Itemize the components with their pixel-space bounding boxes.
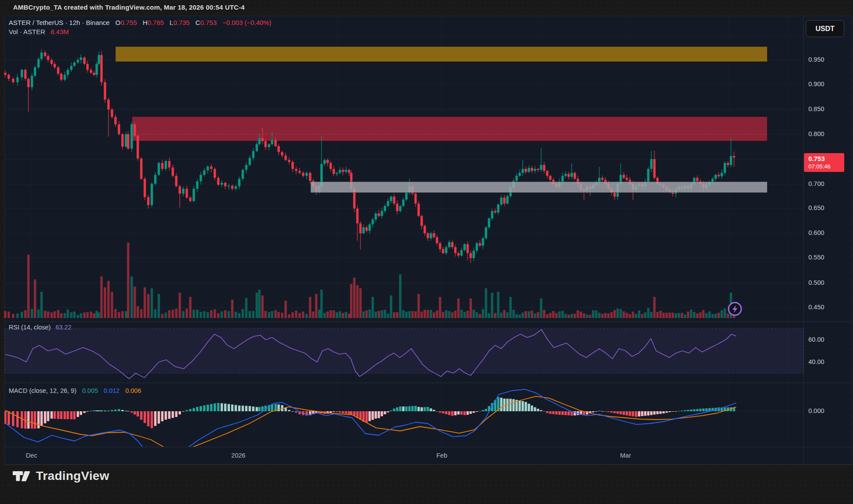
macd-histogram-bar	[475, 411, 478, 412]
currency-toggle-button[interactable]: USDT	[806, 20, 844, 37]
macd-histogram-bar	[66, 411, 69, 419]
candle-body-up	[206, 166, 209, 170]
macd-histogram-bar	[622, 411, 625, 415]
macd-histogram-bar	[98, 410, 100, 411]
macd-histogram-bar	[433, 410, 435, 411]
volume-bar	[402, 310, 404, 318]
macd-histogram-bar	[390, 410, 392, 411]
macd-histogram-bar	[647, 411, 649, 416]
macd-histogram-bar	[374, 411, 377, 419]
candle-body-down	[178, 186, 181, 194]
volume-bar	[302, 312, 304, 318]
candle-body-up	[463, 244, 465, 250]
volume-bar	[641, 314, 643, 318]
volume-bar	[248, 311, 251, 318]
macd-histogram-bar	[699, 409, 701, 411]
volume-bar	[80, 313, 82, 318]
rsi-legend[interactable]: RSI (14, close) 63.22	[9, 324, 71, 331]
volume-bar	[632, 312, 634, 318]
volume-bar	[274, 310, 276, 318]
macd-histogram-bar	[696, 409, 698, 411]
macd-histogram-bar	[528, 404, 530, 411]
macd-histogram-bar	[350, 411, 352, 414]
candle-body-down	[136, 136, 139, 158]
candle-body-down	[332, 169, 335, 174]
volume-bar	[374, 312, 377, 318]
macd-histogram-bar	[143, 411, 146, 423]
macd-histogram-bar	[650, 411, 652, 415]
macd-histogram-bar	[192, 408, 195, 411]
volume-bar	[622, 312, 625, 318]
bar-countdown: 07:05:46	[808, 163, 831, 170]
candle-body-down	[466, 244, 468, 253]
volume-bar	[433, 312, 435, 318]
chart-canvas[interactable]	[0, 0, 853, 504]
macd-histogram-bar	[348, 411, 350, 414]
volume-bar	[320, 290, 322, 318]
macd-histogram-bar	[77, 411, 79, 417]
macd-histogram-bar	[509, 399, 511, 411]
volume-bar	[60, 313, 62, 318]
candle-body-down	[417, 203, 420, 216]
volume-bar	[24, 310, 26, 318]
macd-histogram-bar	[248, 406, 251, 411]
volume-bar	[342, 313, 344, 318]
volume-bar	[4, 311, 6, 318]
price-axis-label: 0.600	[808, 229, 824, 236]
candle-body-down	[53, 64, 56, 67]
volume-bar	[147, 294, 149, 318]
volume-legend[interactable]: Vol · ASTER 8.43M	[9, 28, 69, 35]
macd-histogram-bar	[34, 411, 36, 429]
tradingview-logo[interactable]: TradingView	[12, 468, 109, 484]
macd-histogram-bar	[241, 406, 244, 411]
volume-bar	[298, 313, 301, 318]
candle-body-down	[601, 178, 603, 180]
volume-bar	[171, 310, 174, 318]
macd-histogram-bar	[626, 411, 628, 415]
volume-bar	[168, 310, 170, 318]
candle-body-down	[104, 82, 106, 100]
tradingview-logo-icon	[12, 468, 31, 484]
macd-histogram-bar	[107, 410, 109, 411]
macd-histogram-bar	[534, 407, 536, 411]
macd-histogram-bar	[543, 411, 545, 412]
ohlc-open-value: 0.755	[121, 19, 137, 26]
macd-histogram-bar	[83, 411, 85, 413]
candle-body-down	[433, 233, 435, 237]
volume-bar	[561, 311, 563, 318]
volume-bar	[678, 313, 680, 318]
candle-body-up	[248, 158, 251, 165]
symbol-legend[interactable]: ASTER / TetherUS · 12h · Binance O0.755 …	[9, 19, 271, 26]
volume-bar	[534, 313, 536, 318]
volume-bar	[90, 312, 92, 318]
candle-body-up	[491, 211, 493, 218]
volume-bar	[315, 294, 317, 318]
candle-body-up	[724, 163, 726, 173]
volume-bar	[540, 298, 542, 318]
candle-body-up	[368, 224, 371, 231]
volume-bar	[656, 312, 658, 318]
volume-bar	[206, 312, 209, 318]
macd-histogram-bar	[182, 411, 184, 412]
volume-bar	[277, 312, 280, 318]
volume-bar	[727, 313, 729, 318]
price-axis-label: 0.850	[808, 105, 824, 112]
volume-bar	[268, 312, 270, 318]
candle-body-down	[439, 243, 441, 249]
macd-histogram-bar	[448, 411, 450, 415]
volume-bar	[482, 309, 484, 318]
macd-histogram-bar	[57, 411, 59, 419]
candle-body-down	[261, 138, 263, 141]
volume-bar	[182, 311, 184, 318]
candle-body-down	[288, 160, 290, 162]
candle-body-down	[359, 224, 361, 234]
macd-legend[interactable]: MACD (close, 12, 26, 9) 0.005 0.012 0.00…	[9, 387, 141, 394]
macd-histogram-bar	[4, 411, 6, 424]
volume-bar	[73, 312, 75, 318]
volume-bar	[264, 311, 266, 318]
candle-body-up	[37, 59, 39, 67]
volume-bar	[281, 313, 283, 318]
candle-body-down	[60, 74, 62, 80]
volume-bar	[619, 309, 622, 318]
volume-bar	[309, 297, 311, 318]
